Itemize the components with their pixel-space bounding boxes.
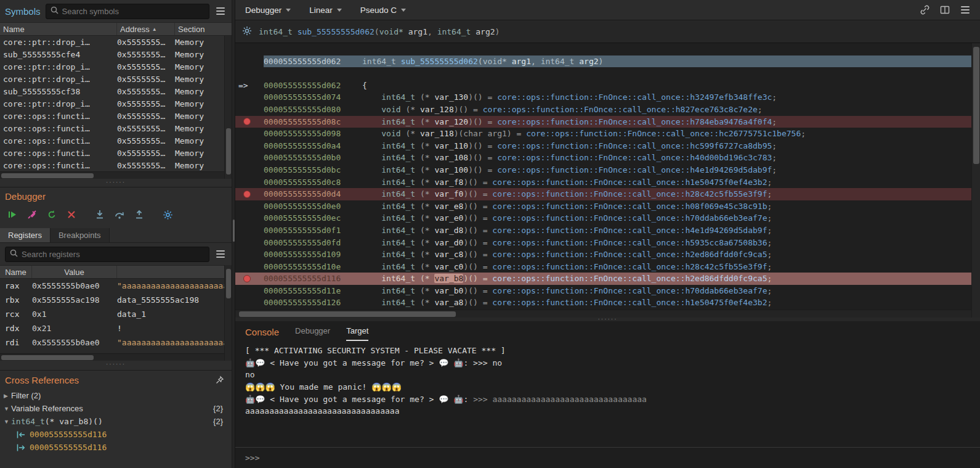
symbols-search[interactable]	[46, 4, 209, 19]
code-line[interactable]: 000055555555d0c8int64_t (* var_f8)() = c…	[235, 176, 971, 189]
breakpoint-icon[interactable]	[243, 191, 251, 198]
step-over-icon[interactable]	[112, 207, 127, 222]
code-text[interactable]: int64_t sub_55555555d062(void* arg1, int…	[362, 55, 603, 68]
code-text[interactable]: int64_t (* var_b8)() = core::ops::functi…	[381, 273, 772, 285]
column-header-address[interactable]: Address▲	[117, 23, 175, 35]
code-text[interactable]: int64_t (* var_e0)() = core::ops::functi…	[381, 212, 772, 224]
chevron-down-icon[interactable]: ▼	[4, 419, 11, 425]
symbols-hscrollbar[interactable]	[0, 171, 232, 179]
code-line[interactable]: 000055555555d0d4int64_t (* var_f0)() = c…	[235, 188, 971, 200]
code-text[interactable]: int64_t (* var_f8)() = core::ops::functi…	[381, 176, 772, 189]
symbols-search-input[interactable]	[62, 7, 205, 16]
code-line[interactable]: 000055555555d080void (* var_128)() = cor…	[235, 104, 971, 116]
symbol-row[interactable]: core::ptr::drop_i…0x5555555…Memory	[0, 36, 232, 48]
code-text[interactable]: int64_t (* var_120)() = core::ops::funct…	[381, 116, 777, 128]
code-gutter[interactable]	[235, 140, 264, 152]
xref-group-function[interactable]: ▼ int64_t (* var_b8)() {2}	[0, 415, 232, 428]
symbol-row[interactable]: core::ptr::drop_i…0x5555555…Memory	[0, 73, 232, 85]
code-address[interactable]: 000055555555d116	[264, 273, 362, 285]
symbol-row[interactable]: core::ptr::drop_i…0x5555555…Memory	[0, 60, 232, 73]
chevron-down-icon[interactable]: ▼	[4, 406, 11, 412]
code-address[interactable]: 000055555555d074	[264, 91, 362, 104]
symbols-resize-grip[interactable]: ······	[0, 179, 232, 186]
view-selector-linear[interactable]: Linear	[309, 6, 342, 15]
registers-menu-icon[interactable]	[214, 248, 227, 260]
code-address[interactable]: 000055555555d0e0	[264, 200, 362, 213]
code-line[interactable]	[235, 43, 971, 55]
code-gutter[interactable]: =>	[235, 80, 264, 92]
step-return-icon[interactable]	[132, 207, 147, 222]
code-gutter[interactable]	[235, 297, 264, 309]
code-address[interactable]: 000055555555d0b0	[264, 152, 362, 164]
code-gutter[interactable]	[235, 128, 264, 140]
tab-registers[interactable]: Registers	[0, 228, 51, 242]
code-text[interactable]: void (* var_118)(char arg1) = core::ops:…	[381, 128, 806, 140]
xref-row[interactable]: 000055555555d116	[0, 428, 232, 441]
symbol-row[interactable]: sub_55555555cfe40x5555555…Memory	[0, 48, 232, 60]
registers-table-header[interactable]: Name Value	[0, 265, 232, 279]
code-line[interactable]: 000055555555d0bcint64_t (* var_100)() = …	[235, 164, 971, 176]
symbol-row[interactable]: core::ops::functi…0x5555555…Memory	[0, 147, 232, 159]
code-gutter[interactable]	[235, 152, 264, 164]
code-line[interactable]: 000055555555d0ecint64_t (* var_e0)() = c…	[235, 212, 971, 224]
code-gutter[interactable]	[235, 67, 264, 80]
code-gutter[interactable]	[235, 273, 264, 285]
chevron-right-icon[interactable]: ▶	[4, 393, 11, 399]
code-gutter[interactable]	[235, 104, 264, 116]
breakpoint-icon[interactable]	[243, 275, 251, 282]
code-text[interactable]: int64_t (* var_e8)() = core::ops::functi…	[381, 200, 772, 213]
link-icon[interactable]	[918, 4, 931, 16]
registers-hscrollbar[interactable]	[0, 353, 232, 361]
code-text[interactable]: int64_t (* var_a8)() = core::ops::functi…	[381, 297, 772, 309]
code-line[interactable]: 000055555555d0fdint64_t (* var_d0)() = c…	[235, 237, 971, 249]
split-view-icon[interactable]	[939, 4, 951, 16]
xref-row[interactable]: 000055555555d116	[0, 441, 232, 454]
column-header-name[interactable]: Name	[0, 266, 32, 278]
code-gutter[interactable]	[235, 200, 264, 213]
code-address[interactable]: 000055555555d0fd	[264, 237, 362, 249]
code-gutter[interactable]	[235, 212, 264, 224]
code-address[interactable]: 000055555555d0a4	[264, 140, 362, 152]
console-input[interactable]	[264, 453, 980, 462]
pin-icon[interactable]	[213, 374, 225, 386]
code-text[interactable]: int64_t (* var_d0)() = core::ops::functi…	[381, 237, 772, 249]
code-line[interactable]: 000055555555d11eint64_t (* var_b0)() = c…	[235, 285, 971, 297]
code-address[interactable]: 000055555555d126	[264, 297, 362, 309]
code-text[interactable]: int64_t (* var_b0)() = core::ops::functi…	[381, 285, 772, 297]
symbols-table-header[interactable]: Name Address▲ Section	[0, 22, 232, 36]
code-address[interactable]: 000055555555d0bc	[264, 164, 362, 176]
code-address[interactable]: 000055555555d0f1	[264, 224, 362, 237]
menu-icon[interactable]	[959, 4, 971, 16]
code-text[interactable]: int64_t (* var_d8)() = core::ops::functi…	[381, 224, 772, 237]
xref-filter-row[interactable]: ▶ Filter (2)	[0, 389, 232, 402]
code-line[interactable]: 000055555555d098void (* var_118)(char ar…	[235, 128, 971, 140]
code-line[interactable]: 000055555555d116int64_t (* var_b8)() = c…	[235, 273, 971, 285]
code-gutter[interactable]	[235, 248, 264, 261]
code-address[interactable]: 000055555555d08c	[264, 116, 362, 128]
code-line[interactable]: 000055555555d0b0int64_t (* var_108)() = …	[235, 152, 971, 164]
code-line[interactable]: 000055555555d0f1int64_t (* var_d8)() = c…	[235, 224, 971, 237]
code-gutter[interactable]	[235, 164, 264, 176]
code-line[interactable]: 000055555555d126int64_t (* var_a8)() = c…	[235, 297, 971, 309]
function-signature[interactable]: int64_t sub_55555555d062(void* arg1, int…	[259, 27, 500, 36]
breakpoint-icon[interactable]	[243, 118, 251, 125]
view-selector-debugger[interactable]: Debugger	[245, 6, 291, 15]
code-address[interactable]: 000055555555d0d4	[264, 188, 362, 200]
code-address[interactable]: 000055555555d080	[264, 104, 362, 116]
console-tab-debugger[interactable]: Debugger	[295, 326, 330, 341]
column-header-value[interactable]: Value	[32, 266, 117, 278]
settings-gear-icon[interactable]	[160, 207, 175, 222]
code-text[interactable]: void (* var_128)() = core::ops::function…	[381, 104, 762, 116]
code-gutter[interactable]	[235, 261, 264, 273]
code-address[interactable]: 000055555555d109	[264, 248, 362, 261]
code-gutter[interactable]	[235, 224, 264, 237]
registers-search-input[interactable]	[22, 250, 205, 259]
symbols-vscrollbar[interactable]	[224, 36, 232, 179]
tab-breakpoints[interactable]: Breakpoints	[51, 228, 110, 242]
symbol-row[interactable]: core::ops::functi…0x5555555…Memory	[0, 110, 232, 122]
register-row[interactable]: rbx0x5555555ac198data_5555555ac198	[0, 293, 232, 307]
restart-icon[interactable]	[44, 207, 59, 222]
code-address[interactable]: 000055555555d0ec	[264, 212, 362, 224]
code-gutter[interactable]	[235, 285, 264, 297]
code-line[interactable]: 000055555555d10eint64_t (* var_c0)() = c…	[235, 261, 971, 273]
